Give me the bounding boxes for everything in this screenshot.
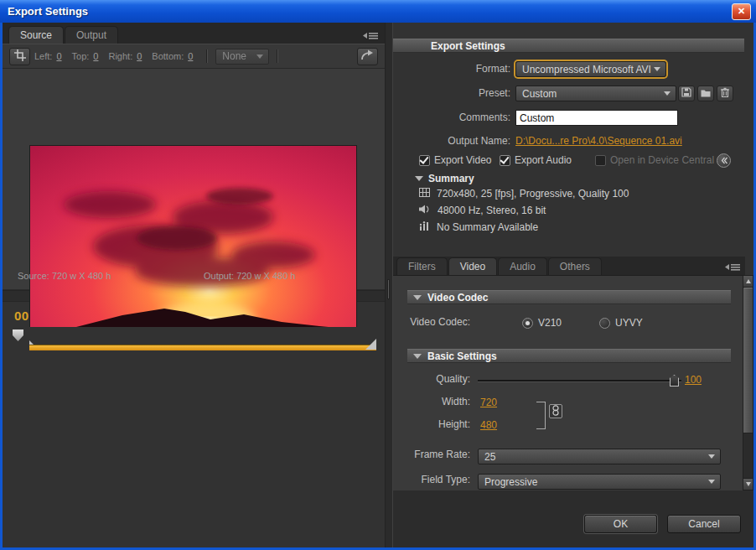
crop-left-label: Left: [34, 51, 52, 61]
delete-preset-button[interactable] [717, 86, 733, 101]
work-area-end-handle[interactable] [365, 339, 376, 350]
panel-menu-icon[interactable] [725, 262, 740, 272]
crop-right-label: Right: [108, 51, 132, 61]
checkbox-checked-icon [500, 155, 510, 166]
export-options-row: Export Video Export Audio Open in Device… [393, 154, 742, 171]
link-bracket [536, 402, 546, 429]
summary-section-toggle[interactable]: Summary [415, 173, 474, 184]
constrain-proportions-button[interactable] [549, 404, 562, 418]
close-button[interactable]: ✕ [732, 3, 751, 20]
preview-area[interactable]: Source: 720 w X 480 h Output: 720 w X 48… [3, 69, 385, 290]
codec-option-uyvy[interactable]: UYVY [599, 317, 643, 329]
collapse-triangle-icon [413, 354, 422, 359]
crop-top-value[interactable]: 0 [93, 51, 98, 61]
output-dimensions: Output: 720 w X 480 h [204, 271, 295, 281]
comments-input[interactable] [515, 110, 678, 126]
scrollbar-thumb[interactable] [743, 288, 753, 433]
export-video-checkbox[interactable]: Export Video [419, 154, 492, 166]
comments-row: Comments: [393, 110, 742, 127]
crop-right-value[interactable]: 0 [137, 51, 142, 61]
preset-dropdown[interactable]: Custom [515, 86, 676, 101]
source-dimensions: Source: 720 w X 480 h [18, 271, 111, 281]
quality-value[interactable]: 100 [685, 374, 702, 386]
codec-uyvy-label: UYVY [615, 317, 643, 329]
export-video-label: Export Video [434, 154, 492, 166]
folder-icon [701, 87, 711, 100]
height-label: Height: [393, 418, 470, 430]
tab-output[interactable]: Output [65, 26, 118, 44]
save-preset-button[interactable] [678, 86, 695, 101]
chevron-down-icon [708, 454, 715, 459]
format-row: Format: Uncompressed Microsoft AVI [393, 61, 742, 78]
summary-other-line: No Summary Available [419, 221, 538, 233]
width-row: Width: 720 [393, 396, 745, 411]
chevron-down-icon [256, 54, 263, 59]
summary-video-text: 720x480, 25 [fps], Progressive, Quality … [437, 188, 629, 200]
dialog-content: Source Output Left: 0 Top: 0 Right: 0 Bo… [3, 23, 753, 547]
output-name-link[interactable]: D:\Docu...re Pro\4.0\Sequence 01.avi [515, 135, 682, 147]
vertical-splitter[interactable] [385, 23, 393, 547]
collapse-panel-button[interactable] [717, 153, 731, 168]
splitter-grip-icon [387, 279, 390, 299]
checkbox-unchecked-icon [595, 155, 606, 166]
quality-label: Quality: [393, 373, 470, 385]
arrow-down-icon [746, 482, 751, 486]
preset-value: Custom [522, 88, 557, 100]
scroll-up-button[interactable] [743, 276, 753, 288]
output-name-row: Output Name: D:\Docu...re Pro\4.0\Sequen… [393, 133, 742, 150]
field-type-dropdown[interactable]: Progressive [478, 474, 721, 490]
work-area-bar[interactable] [29, 345, 376, 350]
format-dropdown[interactable]: Uncompressed Microsoft AVI [515, 61, 666, 77]
quality-slider-track[interactable] [478, 380, 681, 382]
checkbox-checked-icon [419, 155, 430, 166]
video-codec-label: Video Codec: [393, 316, 470, 328]
ok-button[interactable]: OK [584, 515, 657, 533]
timeline[interactable] [3, 327, 385, 547]
quality-slider-handle[interactable] [670, 375, 679, 387]
window-title: Export Settings [8, 5, 88, 18]
curved-arrow-icon [360, 49, 375, 63]
import-preset-button[interactable] [697, 86, 714, 101]
crop-toolbar: Left: 0 Top: 0 Right: 0 Bottom: 0 None [3, 44, 385, 69]
title-bar[interactable]: Export Settings ✕ [0, 0, 756, 23]
scroll-down-button[interactable] [743, 478, 753, 490]
basic-settings-section-title: Basic Settings [427, 350, 497, 362]
preview-pane: Source Output Left: 0 Top: 0 Right: 0 Bo… [3, 23, 385, 547]
open-device-central-label: Open in Device Central [610, 154, 714, 166]
tab-filters[interactable]: Filters [396, 257, 448, 275]
export-audio-label: Export Audio [515, 154, 572, 166]
width-value[interactable]: 720 [480, 397, 497, 408]
preset-row: Preset: Custom [393, 86, 742, 102]
tab-others[interactable]: Others [548, 257, 602, 275]
crop-top-label: Top: [72, 51, 90, 61]
tab-source[interactable]: Source [8, 26, 64, 44]
height-value[interactable]: 480 [480, 419, 497, 431]
frame-rate-row: Frame Rate: 25 [393, 449, 745, 464]
settings-tab-bar: Filters Video Audio Others [393, 257, 745, 275]
summary-title: Summary [428, 173, 474, 184]
codec-option-v210[interactable]: V210 [522, 317, 562, 329]
field-type-row: Field Type: Progressive [393, 474, 745, 489]
save-icon [681, 87, 691, 100]
export-frame-button[interactable] [357, 48, 378, 65]
crop-button[interactable] [9, 48, 30, 65]
crop-left-value[interactable]: 0 [56, 51, 61, 61]
export-settings-dialog: Export Settings ✕ Source Output Left: 0 … [0, 0, 756, 550]
video-codec-section-header[interactable]: Video Codec [407, 290, 731, 304]
tab-video[interactable]: Video [448, 257, 497, 275]
summary-audio-line: 48000 Hz, Stereo, 16 bit [419, 205, 546, 216]
panel-menu-icon[interactable] [363, 31, 378, 40]
preset-label: Preset: [393, 87, 510, 99]
frame-rate-dropdown[interactable]: 25 [478, 449, 721, 464]
tab-audio[interactable]: Audio [498, 257, 547, 275]
settings-scrollbar[interactable] [743, 275, 753, 490]
cancel-button[interactable]: Cancel [667, 515, 741, 533]
video-frame-icon [419, 188, 430, 200]
export-audio-checkbox[interactable]: Export Audio [500, 154, 572, 166]
playhead[interactable] [13, 329, 23, 341]
crop-bottom-value[interactable]: 0 [188, 51, 193, 61]
close-icon: ✕ [738, 6, 745, 17]
video-tab-content: Video Codec Video Codec: V210 UYVY Ba [393, 275, 745, 491]
crop-ratio-dropdown[interactable]: None [215, 49, 269, 65]
basic-settings-section-header[interactable]: Basic Settings [407, 349, 731, 363]
